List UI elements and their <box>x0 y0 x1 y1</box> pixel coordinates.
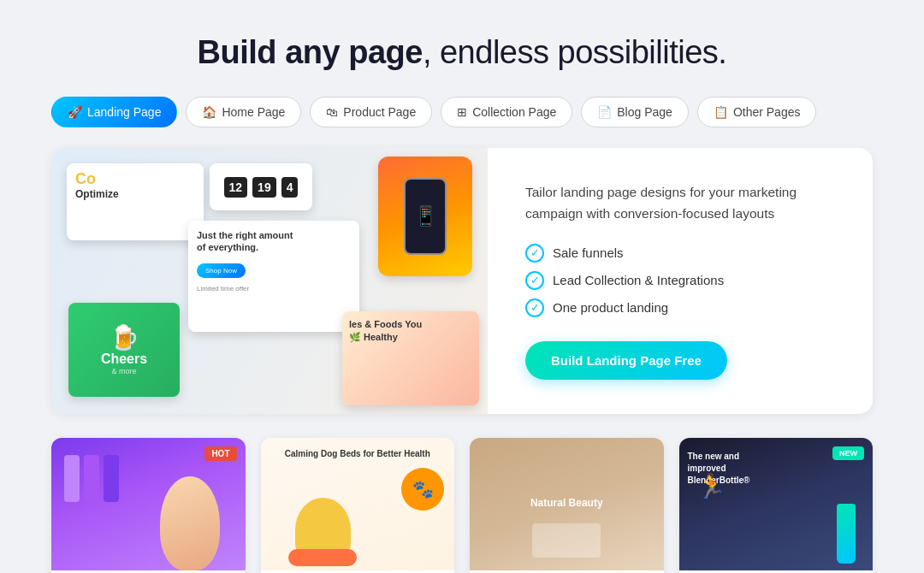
feature-panel: Co Optimize 12 19 4 🍺 Cheers & more <box>51 148 873 414</box>
feature-item-1: ✓ Sale funnels <box>525 244 835 263</box>
thumb-img-blender: NEW The new and improved BlenderBottle® … <box>679 438 874 570</box>
feature-item-3: ✓ One product landing <box>525 298 835 317</box>
table-shape <box>532 523 601 558</box>
dog-card-title: Calming Dog Beds for Better Health <box>261 448 455 459</box>
tab-collection-label: Collection Page <box>472 105 556 119</box>
phone-shape: 📱 <box>404 178 447 255</box>
dog-bed <box>288 549 357 566</box>
check-icon-3: ✓ <box>525 298 544 317</box>
co-label: Co <box>75 170 195 188</box>
page-wrapper: Build any page, endless possibilities. 🚀… <box>0 0 924 573</box>
thumb-card-dog-beds[interactable]: Calming Dog Beds for Better Health 🐾 The… <box>261 438 455 573</box>
feature-item-1-label: Sale funnels <box>553 245 624 260</box>
tab-collection-page[interactable]: ⊞ Collection Page <box>441 97 572 127</box>
thumb-card-natural-beauty[interactable]: Natural Beauty Organize shoppes with all… <box>470 438 664 573</box>
feature-item-2: ✓ Lead Collection & Integrations <box>525 271 835 290</box>
thumb-caption-bubble-tea: Our original bubble free favorite tea <box>51 570 246 573</box>
tab-landing-page[interactable]: 🚀 Landing Page <box>51 97 177 127</box>
thumb-img-natural-beauty: Natural Beauty <box>470 438 664 570</box>
thumb-caption-blender <box>679 570 874 573</box>
thumb-card-bubble-tea[interactable]: HOT Our original bubble free favorite te… <box>51 438 246 573</box>
landing-mini-sub: Limited time offer <box>197 285 351 292</box>
feature-list: ✓ Sale funnels ✓ Lead Collection & Integ… <box>525 244 835 317</box>
thumb-img-dog-beds: Calming Dog Beds for Better Health 🐾 <box>261 438 455 570</box>
tab-other-label: Other Pages <box>733 105 801 119</box>
feature-preview: Co Optimize 12 19 4 🍺 Cheers & more <box>51 148 488 414</box>
person-shape <box>160 476 220 570</box>
home-icon: 🏠 <box>202 105 216 119</box>
feature-item-2-label: Lead Collection & Integrations <box>553 273 724 287</box>
bottle-3 <box>104 455 119 502</box>
tab-product-page[interactable]: 🛍 Product Page <box>310 97 432 127</box>
pages-icon: 📋 <box>714 105 728 119</box>
optimize-label: Optimize <box>75 188 195 200</box>
countdown-secs: 4 <box>281 177 299 198</box>
runner-shape: 🏃 <box>696 472 726 500</box>
mini-card-optimize: Co Optimize <box>67 163 204 240</box>
feature-text: Tailor landing page designs for your mar… <box>488 148 873 414</box>
cheers-text: Cheers <box>101 351 147 367</box>
countdown-hours: 12 <box>224 177 248 198</box>
feature-item-3-label: One product landing <box>553 300 668 315</box>
feature-description: Tailor landing page designs for your mar… <box>525 182 835 225</box>
hero-title-bold: Build any page <box>198 34 423 70</box>
thumb-caption-dog-beds: The Original Calming <box>261 570 455 573</box>
food-text: les & Foods You🌿 Healthy <box>342 311 479 351</box>
cheers-emoji: 🍺 <box>110 323 139 351</box>
tab-landing-label: Landing Page <box>87 105 161 119</box>
thumb-caption-natural-beauty: Organize shoppes with all built-in furni… <box>470 570 664 573</box>
tab-other-pages[interactable]: 📋 Other Pages <box>697 97 817 127</box>
tab-home-label: Home Page <box>222 105 285 119</box>
nb-title: Natural Beauty <box>530 497 603 509</box>
thumb-img-bubble-tea: HOT <box>51 438 246 570</box>
cta-button[interactable]: Build Landing Page Free <box>525 341 727 380</box>
rocket-icon: 🚀 <box>68 105 82 119</box>
bottle-1 <box>64 455 80 502</box>
mini-card-landing: Just the right amountof everything. Shop… <box>188 221 359 332</box>
bottle-shape <box>837 504 856 564</box>
thumbnail-grid: HOT Our original bubble free favorite te… <box>51 438 873 573</box>
mini-card-cheers: 🍺 Cheers & more <box>68 303 180 397</box>
hero-title-rest: , endless possibilities. <box>423 34 727 70</box>
mini-card-countdown: 12 19 4 <box>210 163 312 210</box>
bubble-bottles <box>64 455 119 502</box>
check-icon-1: ✓ <box>525 244 544 263</box>
grid-icon: ⊞ <box>457 105 467 119</box>
landing-tagline: Just the right amountof everything. <box>197 229 351 254</box>
document-icon: 📄 <box>597 105 612 119</box>
check-icon-2: ✓ <box>525 271 544 290</box>
landing-mini-btn: Shop Now <box>197 263 246 278</box>
hero-title: Build any page, endless possibilities. <box>51 34 873 71</box>
product-icon: 🛍 <box>326 105 338 119</box>
bottle-2 <box>84 455 99 502</box>
orange-circle: 🐾 <box>401 468 444 511</box>
tab-home-page[interactable]: 🏠 Home Page <box>186 97 301 127</box>
tab-blog-label: Blog Page <box>617 105 672 119</box>
new-badge: NEW <box>832 446 864 460</box>
tab-blog-page[interactable]: 📄 Blog Page <box>581 97 689 127</box>
hot-badge: HOT <box>204 446 236 461</box>
tab-product-label: Product Page <box>343 105 416 119</box>
mini-card-phone: 📱 <box>378 157 472 276</box>
tab-bar: 🚀 Landing Page 🏠 Home Page 🛍 Product Pag… <box>51 97 873 127</box>
mini-card-food: les & Foods You🌿 Healthy <box>342 311 479 405</box>
countdown-mins: 19 <box>252 177 276 198</box>
cheers-sub: & more <box>111 367 136 375</box>
thumb-card-blender[interactable]: NEW The new and improved BlenderBottle® … <box>679 438 874 573</box>
preview-collage: Co Optimize 12 19 4 🍺 Cheers & more <box>51 148 488 414</box>
